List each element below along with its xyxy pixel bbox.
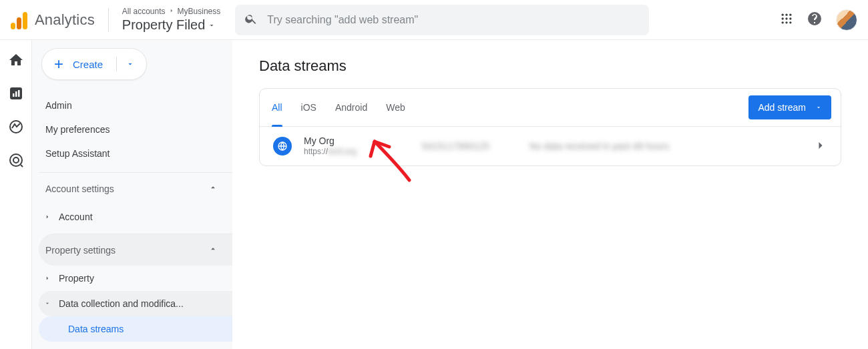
analytics-logo-icon [11, 11, 28, 29]
section-label: Property settings [45, 245, 116, 256]
stream-id-blurred: 5415117890125 [422, 141, 489, 151]
header-divider [108, 8, 109, 32]
sidebar-admin[interactable]: Admin [39, 93, 232, 117]
tab-label: Android [335, 102, 367, 113]
tab-label: iOS [301, 102, 316, 113]
chevron-right-icon [814, 139, 827, 154]
svg-point-3 [782, 14, 784, 16]
breadcrumb-account-name: MyBusiness [178, 7, 221, 16]
svg-rect-2 [23, 12, 27, 29]
stream-url: https://liorit.org [304, 147, 357, 157]
tree-item-label: Data collection and modifica... [59, 298, 184, 309]
search-input[interactable] [267, 14, 640, 26]
svg-point-18 [13, 157, 19, 163]
page-title: Data streams [259, 57, 841, 75]
breadcrumb-path: All accounts MyBusiness [122, 7, 220, 16]
apps-grid-icon[interactable] [780, 12, 793, 27]
tab-all[interactable]: All [272, 89, 282, 126]
svg-rect-13 [13, 93, 15, 97]
create-button[interactable]: + Create [41, 48, 147, 80]
svg-point-7 [785, 17, 787, 19]
tree-account[interactable]: Account [39, 204, 232, 230]
sidebar-setup-assistant[interactable]: Setup Assistant [39, 141, 232, 165]
chevron-right-icon [168, 7, 175, 16]
section-account-settings[interactable]: Account settings [39, 172, 232, 204]
search-bar[interactable] [235, 5, 649, 35]
svg-rect-0 [11, 23, 15, 29]
tree-property[interactable]: Property [39, 266, 232, 291]
sidebar-link-label: Admin [45, 100, 72, 111]
tree-data-collection-modification[interactable]: Data collection and modifica... [39, 291, 232, 316]
svg-point-6 [782, 17, 784, 19]
tab-ios[interactable]: iOS [301, 89, 316, 126]
section-property-settings[interactable]: Property settings [39, 234, 232, 266]
nav-rail [0, 40, 32, 349]
svg-point-10 [785, 21, 787, 23]
tree-sub-label: Data streams [68, 324, 124, 334]
plus-icon: + [54, 56, 63, 72]
stream-name: My Org [304, 135, 357, 147]
app-header: Analytics All accounts MyBusiness Proper… [0, 0, 868, 40]
svg-rect-14 [15, 91, 17, 97]
svg-point-8 [789, 17, 791, 19]
admin-sidebar: + Create Admin My preferences Setup Assi… [32, 40, 232, 349]
explore-icon[interactable] [8, 119, 24, 135]
caret-right-icon [43, 214, 52, 220]
caret-down-icon [815, 102, 822, 113]
tab-label: All [272, 102, 282, 113]
search-icon [244, 12, 258, 27]
home-icon[interactable] [8, 52, 24, 68]
svg-point-11 [789, 21, 791, 23]
sidebar-my-preferences[interactable]: My preferences [39, 117, 232, 141]
stream-status-blurred: No data received in past 48 hours [529, 141, 669, 151]
caret-down-icon [126, 59, 134, 70]
stream-url-prefix: https:// [304, 147, 328, 156]
tree-item-label: Property [59, 273, 94, 284]
tree-data-collection[interactable]: Data collection [39, 342, 232, 349]
breadcrumb-all-accounts: All accounts [122, 7, 166, 16]
svg-point-4 [785, 14, 787, 16]
breadcrumb-property-name: Property Filed [122, 17, 206, 33]
stream-tabs: All iOS Android Web [269, 89, 405, 126]
caret-down-icon [208, 17, 216, 33]
web-stream-icon [273, 137, 292, 155]
chevron-up-icon [208, 244, 218, 256]
tab-label: Web [386, 102, 405, 113]
sidebar-link-label: Setup Assistant [45, 148, 110, 159]
tree-data-streams[interactable]: Data streams [39, 316, 232, 342]
separator [116, 57, 117, 71]
reports-icon[interactable] [8, 85, 24, 101]
main-content: Data streams All iOS Android Web Add str… [232, 40, 868, 349]
help-icon[interactable] [807, 11, 823, 29]
advertising-icon[interactable] [8, 152, 24, 168]
tab-web[interactable]: Web [386, 89, 405, 126]
svg-rect-15 [18, 90, 20, 97]
stream-row[interactable]: My Org https://liorit.org 5415117890125 … [260, 127, 841, 165]
streams-card: All iOS Android Web Add stream My Org [259, 88, 841, 166]
svg-point-9 [782, 21, 784, 23]
tab-android[interactable]: Android [335, 89, 367, 126]
svg-point-17 [10, 154, 22, 166]
section-label: Account settings [45, 184, 114, 194]
caret-right-icon [43, 275, 52, 282]
caret-down-icon [43, 300, 52, 307]
account-property-picker[interactable]: All accounts MyBusiness Property Filed [122, 7, 220, 32]
stream-url-blurred: liorit.org [328, 147, 357, 156]
svg-rect-1 [17, 17, 21, 29]
sidebar-link-label: My preferences [45, 124, 110, 135]
account-avatar[interactable] [836, 9, 857, 31]
product-name: Analytics [35, 11, 95, 29]
chevron-up-icon [208, 183, 218, 194]
add-stream-button[interactable]: Add stream [748, 95, 831, 119]
svg-point-5 [789, 14, 791, 16]
product-logo[interactable]: Analytics [11, 11, 95, 29]
tree-item-label: Account [59, 212, 93, 222]
create-button-label: Create [73, 59, 103, 70]
add-stream-label: Add stream [758, 102, 806, 113]
